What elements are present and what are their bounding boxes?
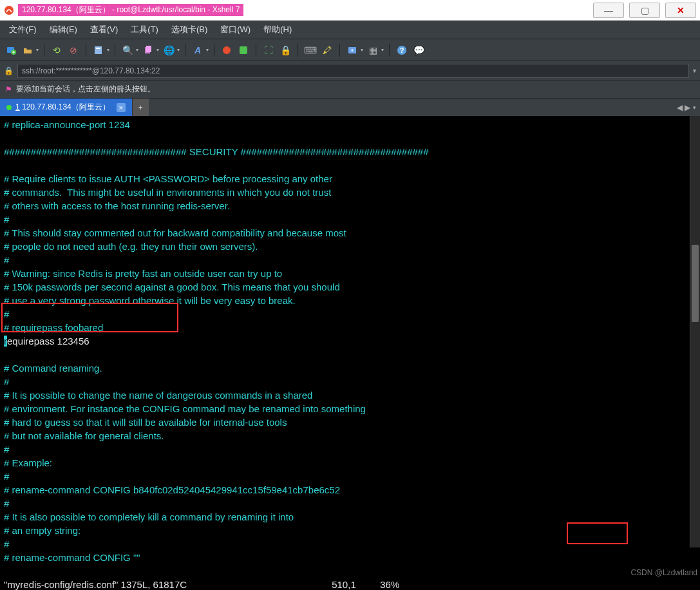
svg-rect-3 xyxy=(95,46,102,54)
tip-bar: ⚑ 要添加当前会话，点击左侧的箭头按钮。 xyxy=(0,80,700,98)
terminal-line: # people do not need auth (e.g. they run… xyxy=(4,241,258,252)
terminal-line: # commands. This might be useful in envi… xyxy=(4,187,331,198)
terminal-line: # xyxy=(4,254,9,265)
status-dot-icon xyxy=(6,105,12,110)
highlight-icon[interactable]: 🖍 xyxy=(320,43,334,57)
terminal-line: requirepass 123456 xyxy=(4,336,90,347)
terminal-line: # requirepass foobared xyxy=(4,322,103,333)
app-icon xyxy=(4,5,14,15)
lock-icon[interactable]: 🔒 xyxy=(278,43,292,57)
copy-icon[interactable] xyxy=(141,43,155,57)
terminal-line: ################################## SECUR… xyxy=(4,146,429,157)
xftp-icon[interactable] xyxy=(236,43,251,57)
new-tab-button[interactable]: + xyxy=(132,99,149,116)
tip-text: 要添加当前会话，点击左侧的箭头按钮。 xyxy=(16,84,155,95)
properties-icon[interactable] xyxy=(91,43,106,57)
tab-close-icon[interactable]: × xyxy=(117,103,126,112)
add-button-icon[interactable] xyxy=(345,43,359,57)
terminal-line: # but not available for general clients. xyxy=(4,430,164,441)
terminal-line: # rename-command CONFIG "" xyxy=(4,552,140,563)
terminal-line: # This should stay commented out for bac… xyxy=(4,227,346,238)
new-session-icon[interactable] xyxy=(4,43,18,57)
menu-help[interactable]: 帮助(H) xyxy=(257,24,298,35)
terminal-line: # xyxy=(4,498,9,509)
tab-nav-arrows[interactable]: ◀ ▶ ▾ xyxy=(673,99,700,116)
keyboard-icon[interactable]: ⌨ xyxy=(303,43,317,57)
terminal-line: # xyxy=(4,309,9,319)
svg-rect-8 xyxy=(240,46,247,54)
terminal-line: # xyxy=(4,538,9,549)
chat-icon[interactable]: 💬 xyxy=(411,43,426,57)
tab-label: 1 120.77.80.134（阿里云） xyxy=(15,102,110,113)
menu-tabs[interactable]: 选项卡(B) xyxy=(165,24,214,35)
terminal-line: # hard to guess so that it will still be… xyxy=(4,417,287,428)
terminal-line: # replica-announce-port 1234 xyxy=(4,119,130,130)
terminal-line: # Require clients to issue AUTH <PASSWOR… xyxy=(4,173,332,184)
menu-file[interactable]: 文件(F) xyxy=(3,24,43,35)
terminal-area[interactable]: # replica-announce-port 1234 ###########… xyxy=(0,116,700,547)
svg-rect-4 xyxy=(96,48,100,49)
tile-icon[interactable]: ▦ xyxy=(366,43,380,57)
reconnect-icon[interactable]: ⟲ xyxy=(50,43,64,57)
menu-window[interactable]: 窗口(W) xyxy=(214,24,257,35)
address-input[interactable] xyxy=(17,64,689,78)
terminal-line: # xyxy=(4,444,9,455)
session-tab[interactable]: 1 120.77.80.134（阿里云） × xyxy=(0,99,132,116)
address-dropdown-icon[interactable]: ▾ xyxy=(693,67,696,74)
menu-view[interactable]: 查看(V) xyxy=(84,24,124,35)
font-icon[interactable]: A xyxy=(191,43,205,57)
minimize-button[interactable]: — xyxy=(593,3,624,18)
terminal-line: # Example: xyxy=(4,457,52,468)
help-icon[interactable]: ? xyxy=(395,43,409,57)
maximize-button[interactable]: ▢ xyxy=(629,3,660,18)
svg-point-0 xyxy=(5,6,14,15)
terminal-line: # environment. For instance the CONFIG c… xyxy=(4,403,366,414)
terminal-line: # rename-command CONFIG b840fc02d5240454… xyxy=(4,484,340,495)
tab-strip: 1 120.77.80.134（阿里云） × + ◀ ▶ ▾ xyxy=(0,98,700,116)
menu-edit[interactable]: 编辑(E) xyxy=(43,24,84,35)
menu-tools[interactable]: 工具(T) xyxy=(124,24,165,35)
terminal-line: # xyxy=(4,471,9,482)
globe-icon[interactable]: 🌐 xyxy=(162,43,176,57)
flag-icon: ⚑ xyxy=(5,85,12,94)
svg-text:?: ? xyxy=(400,46,404,54)
open-folder-icon[interactable] xyxy=(21,43,35,57)
terminal-scrollbar[interactable] xyxy=(690,116,700,547)
terminal-line: # xyxy=(4,214,9,225)
fullscreen-icon[interactable]: ⛶ xyxy=(261,43,276,57)
search-icon[interactable]: 🔍 xyxy=(120,43,135,57)
terminal-content[interactable]: # replica-announce-port 1234 ###########… xyxy=(0,116,700,590)
lock-icon: 🔒 xyxy=(4,66,14,75)
terminal-line: # Command renaming. xyxy=(4,363,102,374)
terminal-line: # xyxy=(4,376,9,387)
xagent-icon[interactable] xyxy=(220,43,234,57)
terminal-line: # 150k passwords per second against a go… xyxy=(4,281,340,292)
scrollbar-thumb[interactable] xyxy=(692,245,699,322)
window-title: 120.77.80.134（阿里云） - root@Lzdwtl:/usr/lo… xyxy=(18,4,243,16)
menubar: 文件(F) 编辑(E) 查看(V) 工具(T) 选项卡(B) 窗口(W) 帮助(… xyxy=(0,21,700,39)
terminal-line: # It is possible to change the name of d… xyxy=(4,390,312,401)
terminal-line: # It is also possible to completely kill… xyxy=(4,511,294,522)
terminal-line: # an empty string: xyxy=(4,525,80,536)
svg-rect-6 xyxy=(146,46,151,52)
window-titlebar: 120.77.80.134（阿里云） - root@Lzdwtl:/usr/lo… xyxy=(0,0,700,21)
svg-point-7 xyxy=(223,46,231,54)
disconnect-icon[interactable]: ⊘ xyxy=(66,43,80,57)
address-bar: 🔒 ▾ xyxy=(0,61,700,80)
terminal-line: # use a very strong password otherwise i… xyxy=(4,295,296,306)
toolbar: ▾ ⟲ ⊘ ▾ 🔍▾ ▾ 🌐▾ A▾ ⛶ 🔒 ⌨ 🖍 ▾ ▦▾ ? 💬 xyxy=(0,39,700,61)
vim-status-line: "myredis-config/redis.conf" 1375L, 61817… xyxy=(4,579,399,590)
terminal-line: # Warning: since Redis is pretty fast an… xyxy=(4,268,282,279)
terminal-line: # others with access to the host running… xyxy=(4,200,230,211)
close-button[interactable]: ✕ xyxy=(665,3,696,18)
